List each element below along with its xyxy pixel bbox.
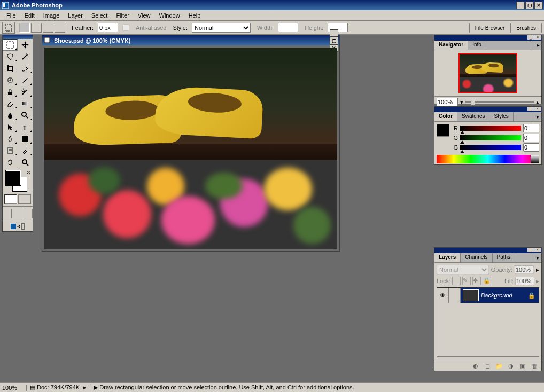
navigator-zoom-input[interactable] (437, 98, 458, 106)
move-tool[interactable] (18, 39, 33, 51)
lock-all-button[interactable]: 🔒 (483, 277, 491, 285)
dodge-tool[interactable] (18, 109, 33, 121)
current-tool-icon[interactable] (2, 22, 15, 34)
menu-layer[interactable]: Layer (64, 11, 87, 20)
jump-to-imageready[interactable] (3, 221, 33, 231)
panel-minimize-icon[interactable]: _ (527, 107, 534, 111)
layer-style-button[interactable]: ◐ (470, 361, 481, 371)
standard-mode-button[interactable] (4, 194, 17, 204)
toolbox-grip[interactable] (3, 35, 33, 39)
blue-slider[interactable] (460, 145, 521, 150)
screen-standard-button[interactable] (3, 209, 12, 218)
crop-tool[interactable] (3, 62, 18, 74)
layer-thumbnail[interactable] (463, 289, 479, 301)
adjustment-layer-button[interactable]: ◑ (506, 361, 516, 371)
quickmask-mode-button[interactable] (18, 194, 31, 204)
tab-paths[interactable]: Paths (493, 253, 516, 262)
selection-add-button[interactable] (31, 23, 42, 33)
magic-wand-tool[interactable] (18, 51, 33, 62)
navigator-panel-menu[interactable]: ▸ (534, 41, 541, 50)
layer-set-button[interactable]: 📁 (494, 361, 504, 371)
close-button[interactable]: ✕ (534, 2, 543, 9)
lock-image-button[interactable]: ✎ (462, 277, 471, 285)
feather-input[interactable] (98, 23, 118, 32)
blue-input[interactable] (523, 143, 539, 152)
navigator-panel-titlebar[interactable]: _ × (434, 35, 541, 41)
brush-tool[interactable] (18, 74, 33, 86)
tab-swatches[interactable]: Swatches (457, 112, 489, 121)
zoom-out-icon[interactable]: ▾ (460, 99, 463, 106)
red-input[interactable] (523, 124, 539, 132)
minimize-button[interactable]: _ (516, 2, 525, 9)
doc-minimize-button[interactable]: _ (330, 29, 338, 37)
menu-image[interactable]: Image (39, 11, 64, 20)
status-menu-icon[interactable]: ▸ (83, 384, 87, 390)
menu-select[interactable]: Select (87, 11, 112, 20)
path-selection-tool[interactable] (3, 121, 18, 133)
maximize-button[interactable]: ▢ (525, 2, 534, 9)
pen-tool[interactable] (3, 133, 18, 145)
panel-minimize-icon[interactable]: _ (527, 35, 534, 40)
color-panel-titlebar[interactable]: _ × (434, 107, 541, 112)
menu-edit[interactable]: Edit (20, 11, 39, 20)
panel-close-icon[interactable]: × (534, 248, 541, 252)
tab-styles[interactable]: Styles (489, 112, 513, 121)
selection-subtract-button[interactable] (43, 23, 53, 33)
type-tool[interactable]: T (18, 121, 33, 133)
navigator-thumbnail[interactable] (458, 53, 517, 93)
layer-name[interactable]: Background (481, 292, 528, 299)
navigator-zoom-slider[interactable] (465, 101, 534, 103)
green-input[interactable] (523, 134, 539, 142)
hand-tool[interactable] (3, 156, 18, 168)
tab-layers[interactable]: Layers (434, 253, 461, 262)
new-layer-button[interactable]: ▣ (517, 361, 528, 371)
delete-layer-button[interactable]: 🗑 (529, 361, 540, 371)
eraser-tool[interactable] (3, 98, 18, 109)
shape-tool[interactable] (18, 133, 33, 145)
screen-menubar-button[interactable] (13, 209, 22, 218)
color-ramp[interactable] (437, 155, 539, 163)
panel-close-icon[interactable]: × (534, 107, 541, 111)
menu-window[interactable]: Window (155, 11, 184, 20)
foreground-color-swatch[interactable] (6, 170, 21, 185)
lasso-tool[interactable] (3, 51, 18, 62)
red-slider[interactable] (460, 126, 521, 131)
color-preview-swatch[interactable] (437, 124, 449, 137)
selection-new-button[interactable] (19, 23, 30, 33)
layer-visibility-icon[interactable]: 👁 (437, 288, 449, 303)
layer-mask-button[interactable]: ◻ (482, 361, 493, 371)
tab-brushes[interactable]: Brushes (510, 23, 542, 33)
healing-brush-tool[interactable] (3, 74, 18, 86)
selection-intersect-button[interactable] (55, 23, 65, 33)
lock-transparency-button[interactable] (452, 277, 461, 285)
zoom-tool[interactable] (18, 156, 33, 168)
panel-minimize-icon[interactable]: _ (527, 248, 534, 252)
eyedropper-tool[interactable] (18, 145, 33, 156)
tab-file-browser[interactable]: File Browser (469, 23, 511, 33)
clone-stamp-tool[interactable] (3, 86, 18, 98)
menu-help[interactable]: Help (184, 11, 205, 20)
tab-channels[interactable]: Channels (461, 253, 492, 262)
green-slider[interactable] (460, 135, 521, 140)
style-select[interactable]: Normal (192, 23, 251, 33)
slice-tool[interactable] (18, 62, 33, 74)
tab-info[interactable]: Info (468, 41, 486, 50)
menu-file[interactable]: File (2, 11, 20, 20)
layers-panel-titlebar[interactable]: _ × (434, 248, 541, 253)
menu-view[interactable]: View (134, 11, 155, 20)
marquee-tool[interactable] (3, 39, 18, 51)
lock-position-button[interactable]: ✥ (472, 277, 481, 285)
status-doc-size[interactable]: ▤ Doc: 794K/794K ▸ (27, 384, 90, 391)
doc-maximize-button[interactable]: ▢ (330, 37, 338, 44)
layer-link-icon[interactable] (449, 288, 461, 303)
screen-full-button[interactable] (24, 209, 33, 218)
tab-color[interactable]: Color (434, 112, 457, 121)
document-title-bar[interactable]: Shoes.psd @ 100% (CMYK) _ ▢ ✕ (42, 35, 339, 45)
layer-row[interactable]: 👁 Background 🔒 (437, 288, 539, 303)
layers-panel-menu[interactable]: ▸ (534, 253, 541, 262)
panel-close-icon[interactable]: × (534, 35, 541, 40)
tab-navigator[interactable]: Navigator (434, 41, 468, 50)
blur-tool[interactable] (3, 109, 18, 121)
menu-filter[interactable]: Filter (112, 11, 133, 20)
swap-colors-icon[interactable]: ⤭ (26, 169, 30, 175)
